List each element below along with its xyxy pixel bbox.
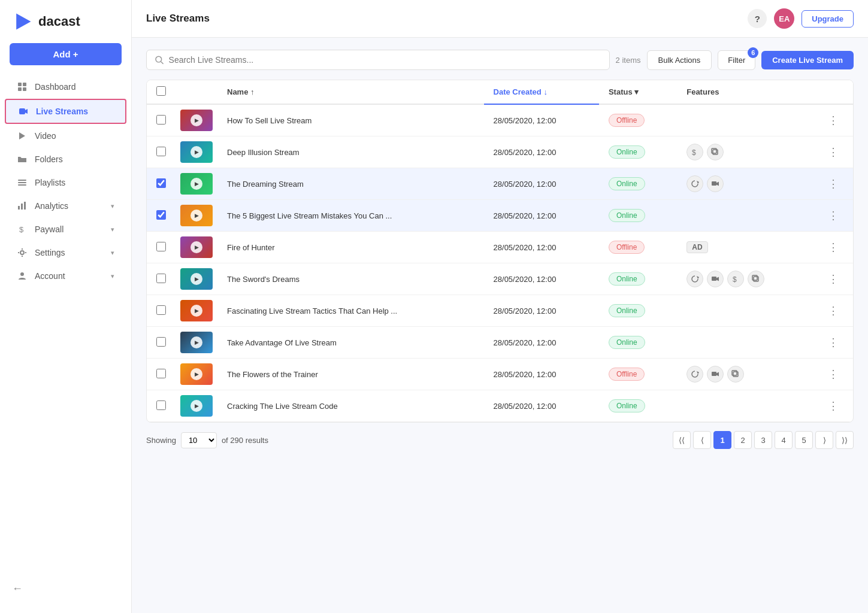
actions-cell: ⋮: [813, 327, 853, 359]
create-live-stream-button[interactable]: Create Live Stream: [761, 51, 854, 69]
features-cell: [677, 200, 813, 232]
col-name[interactable]: Name ↑: [217, 80, 484, 104]
sidebar-item-label: Folders: [35, 154, 63, 164]
toolbar: 2 items Bulk Actions Filter 6 Create Liv…: [146, 50, 854, 70]
sidebar-item-paywall[interactable]: $ Paywall ▾: [5, 218, 126, 241]
date-created: 28/05/2020, 12:00: [484, 295, 599, 327]
svg-rect-4: [23, 87, 26, 91]
copy-feature-icon: [727, 366, 744, 383]
stream-name: The Dreaming Stream: [217, 168, 484, 200]
more-options-button[interactable]: ⋮: [823, 365, 843, 383]
sidebar-item-settings[interactable]: Settings ▾: [5, 241, 126, 264]
sidebar: dacast Add + Dashboard Live Streams Vide…: [0, 0, 132, 613]
sidebar-item-dashboard[interactable]: Dashboard: [5, 75, 126, 98]
more-options-button[interactable]: ⋮: [823, 143, 843, 161]
dollar-feature-icon: $: [727, 271, 744, 287]
more-options-button[interactable]: ⋮: [823, 397, 843, 415]
page-3-button[interactable]: 3: [754, 431, 772, 449]
features-cell: [677, 327, 813, 359]
row-checkbox[interactable]: [156, 305, 166, 315]
collapse-button[interactable]: ←: [12, 582, 23, 595]
chevron-down-icon: ▾: [111, 249, 114, 257]
features-cell: [677, 295, 813, 327]
row-checkbox[interactable]: [156, 242, 166, 251]
last-page-button[interactable]: ⟩⟩: [836, 431, 854, 449]
per-page-select[interactable]: 10 25 50 100: [181, 432, 217, 448]
date-created: 28/05/2020, 12:00: [484, 390, 599, 422]
svg-rect-1: [18, 83, 22, 86]
row-checkbox[interactable]: [156, 400, 166, 410]
status-cell: Offline: [599, 104, 677, 136]
next-page-button[interactable]: ⟩: [815, 431, 833, 449]
status-cell: Online: [599, 390, 677, 422]
row-checkbox[interactable]: [156, 369, 166, 378]
svg-marker-0: [16, 14, 31, 30]
play-icon: [17, 131, 28, 141]
play-overlay: ▶: [190, 146, 202, 158]
row-checkbox[interactable]: [156, 274, 166, 283]
page-2-button[interactable]: 2: [734, 431, 752, 449]
avatar[interactable]: EA: [774, 8, 794, 29]
col-date-created[interactable]: Date Created ↓: [484, 80, 599, 104]
table-row: ▶Take Advantage Of Live Stream28/05/2020…: [147, 327, 853, 359]
col-status[interactable]: Status ▾: [599, 80, 677, 104]
table-row: ▶Deep Illusion Stream28/05/2020, 12:00On…: [147, 136, 853, 168]
actions-cell: ⋮: [813, 168, 853, 200]
sidebar-item-live-streams[interactable]: Live Streams: [5, 99, 126, 124]
filter-button[interactable]: Filter 6: [718, 50, 755, 70]
more-options-button[interactable]: ⋮: [823, 207, 843, 224]
folder-icon: [17, 154, 28, 165]
row-checkbox-cell: [147, 359, 171, 390]
stream-name: Take Advantage Of Live Stream: [217, 327, 484, 359]
svg-rect-2: [23, 83, 26, 86]
row-checkbox[interactable]: [156, 178, 166, 188]
row-checkbox[interactable]: [156, 147, 166, 156]
page-4-button[interactable]: 4: [775, 431, 793, 449]
row-checkbox[interactable]: [156, 115, 166, 125]
more-options-button[interactable]: ⋮: [823, 270, 843, 288]
page-1-button[interactable]: 1: [713, 431, 731, 449]
first-page-button[interactable]: ⟨⟨: [673, 431, 691, 449]
upgrade-button[interactable]: Upgrade: [802, 10, 854, 28]
person-icon: [17, 271, 28, 281]
more-options-button[interactable]: ⋮: [823, 238, 843, 256]
sidebar-item-playlists[interactable]: Playlists: [5, 171, 126, 194]
sidebar-item-folders[interactable]: Folders: [5, 148, 126, 171]
table-row: ▶The Flowers of the Trainer28/05/2020, 1…: [147, 359, 853, 390]
prev-page-button[interactable]: ⟨: [693, 431, 711, 449]
svg-rect-11: [18, 206, 20, 210]
row-checkbox[interactable]: [156, 210, 166, 220]
sidebar-item-analytics[interactable]: Analytics ▾: [5, 195, 126, 217]
table-row: ▶The Sword's Dreams28/05/2020, 12:00Onli…: [147, 263, 853, 295]
status-badge: Online: [609, 272, 645, 286]
date-created: 28/05/2020, 12:00: [484, 168, 599, 200]
thumbnail: ▶: [180, 395, 213, 417]
status-badge: Online: [609, 336, 645, 349]
row-checkbox[interactable]: [156, 337, 166, 347]
page-title: Live Streams: [146, 13, 210, 25]
sidebar-item-label: Dashboard: [35, 82, 76, 92]
search-box: [146, 50, 610, 70]
svg-rect-32: [712, 372, 716, 376]
play-overlay: ▶: [190, 336, 202, 348]
date-created: 28/05/2020, 12:00: [484, 359, 599, 390]
more-options-button[interactable]: ⋮: [823, 302, 843, 320]
select-all-checkbox[interactable]: [156, 86, 166, 96]
filter-badge: 6: [748, 47, 758, 58]
more-options-button[interactable]: ⋮: [823, 175, 843, 193]
page-5-button[interactable]: 5: [795, 431, 813, 449]
bar-chart-icon: [17, 201, 28, 211]
sidebar-item-account[interactable]: Account ▾: [5, 265, 126, 287]
more-options-button[interactable]: ⋮: [823, 333, 843, 351]
add-button[interactable]: Add +: [10, 43, 122, 65]
topbar-right: ? EA Upgrade: [748, 8, 854, 29]
more-options-button[interactable]: ⋮: [823, 111, 843, 129]
search-input[interactable]: [169, 55, 601, 65]
help-button[interactable]: ?: [748, 9, 767, 28]
bulk-actions-button[interactable]: Bulk Actions: [647, 50, 712, 70]
status-cell: Offline: [599, 359, 677, 390]
sidebar-item-video[interactable]: Video: [5, 125, 126, 147]
select-all-header[interactable]: [147, 80, 171, 104]
thumbnail-cell: ▶: [171, 295, 217, 327]
row-checkbox-cell: [147, 232, 171, 263]
